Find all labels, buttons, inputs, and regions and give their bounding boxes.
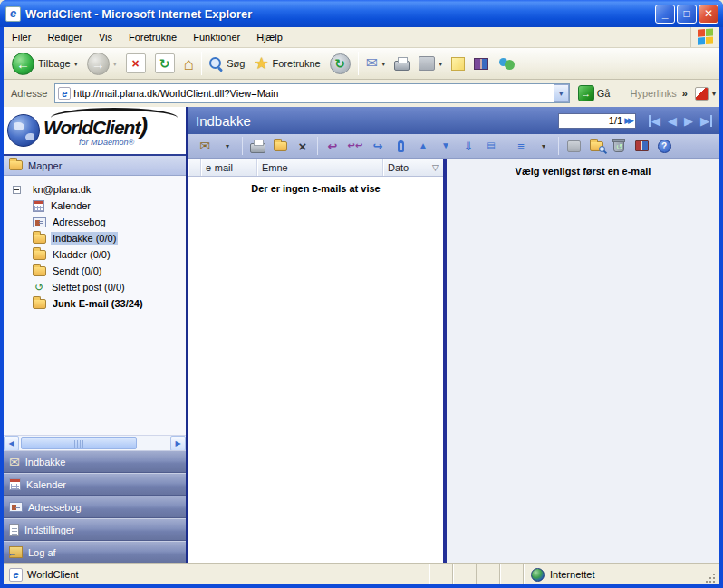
acrobat-dropdown-icon[interactable]: ▾ <box>712 90 716 98</box>
tree-item-label[interactable]: Junk E-mail (33/24) <box>51 297 145 310</box>
new-message-button[interactable]: ✉ <box>194 136 216 156</box>
tree-item-indbakke[interactable]: Indbakke (0/0) <box>4 230 186 246</box>
minimize-button[interactable]: _ <box>655 5 675 24</box>
close-button[interactable]: ✕ <box>699 5 718 24</box>
address-dropdown-icon[interactable]: ▾ <box>554 84 569 102</box>
reply-all-button[interactable]: ↩↩ <box>344 136 366 156</box>
hyperlinks-label[interactable]: Hyperlinks <box>629 88 679 99</box>
scroll-right-icon[interactable]: ▶ <box>170 436 186 451</box>
tree-item-junk[interactable]: Junk E-mail (33/24) <box>4 295 186 312</box>
mail-dropdown-icon[interactable]: ▾ <box>381 60 385 68</box>
delete-icon: × <box>299 140 307 153</box>
messenger-button[interactable] <box>493 50 520 78</box>
column-dato[interactable]: Dato ▽ <box>383 159 443 176</box>
reply-button[interactable]: ↩ <box>322 136 343 156</box>
previous-message-button[interactable]: ▲ <box>412 136 434 156</box>
move-to-folder-button[interactable] <box>269 136 291 156</box>
page-go-icon[interactable]: ▶▶ <box>624 116 633 125</box>
edit-button[interactable]: ▾ <box>414 50 447 78</box>
menu-foretrukne[interactable]: Foretrukne <box>120 29 185 45</box>
menu-hjaelp[interactable]: Hjælp <box>248 29 291 45</box>
back-button[interactable]: ← Tilbage ▾ <box>7 50 82 78</box>
forward-dropdown-icon[interactable]: ▾ <box>113 60 117 68</box>
nav-kalender-button[interactable]: Kalender <box>4 473 186 496</box>
collapse-icon[interactable] <box>13 186 21 194</box>
tree-item-label[interactable]: Sendt (0/0) <box>51 265 103 277</box>
refresh-button[interactable]: ↻ <box>150 50 179 78</box>
column-flag[interactable] <box>188 159 201 176</box>
forward-button[interactable]: → ▾ <box>82 50 121 78</box>
scrollbar-track[interactable] <box>19 436 170 450</box>
tree-item-label[interactable]: Kladder (0/0) <box>51 248 112 261</box>
tree-item-label[interactable]: Slettet post (0/0) <box>50 281 127 294</box>
mail-settings-button[interactable] <box>563 136 584 156</box>
calendar-icon <box>9 478 21 490</box>
message-list-header: e-mail Emne Dato ▽ <box>188 159 443 177</box>
search-button[interactable]: Søg <box>205 50 249 78</box>
first-page-icon[interactable]: ◀ <box>649 115 660 127</box>
horizontal-scrollbar[interactable]: ◀ ▶ <box>4 435 186 450</box>
mail-button[interactable]: ✉ ▾ <box>362 50 390 78</box>
history-button[interactable]: ↻ <box>325 50 355 78</box>
menu-funktioner[interactable]: Funktioner <box>185 29 248 45</box>
column-email[interactable]: e-mail <box>201 159 257 176</box>
tree-item-kladder[interactable]: Kladder (0/0) <box>4 246 186 263</box>
tree-item-label[interactable]: Kalender <box>49 199 92 212</box>
internet-globe-icon <box>531 568 545 582</box>
tree-item-sendt[interactable]: Sendt (0/0) <box>4 263 186 279</box>
help-button[interactable]: ? <box>653 136 675 156</box>
next-message-button[interactable]: ▼ <box>435 136 457 156</box>
tree-item-label[interactable]: Indbakke (0/0) <box>51 232 118 245</box>
nav-indbakke-button[interactable]: ✉ Indbakke <box>4 450 186 473</box>
account-label[interactable]: kn@plana.dk <box>31 183 92 196</box>
acrobat-icon[interactable] <box>695 87 709 101</box>
forward-message-button[interactable]: ↪ <box>367 136 389 156</box>
spam-report-button[interactable]: ▤ <box>480 136 502 156</box>
edit-dropdown-icon[interactable]: ▾ <box>439 60 442 68</box>
address-input[interactable] <box>73 85 553 101</box>
home-button[interactable]: ⌂ <box>179 50 198 78</box>
folder-search-icon <box>590 141 603 151</box>
resize-grip[interactable] <box>704 572 717 584</box>
stop-button[interactable]: × <box>121 50 150 78</box>
prev-page-icon[interactable]: ◀ <box>668 115 677 127</box>
trash-button[interactable] <box>608 136 630 156</box>
menu-rediger[interactable]: Rediger <box>39 29 91 45</box>
last-page-icon[interactable]: ▶ <box>700 115 712 127</box>
save-message-button[interactable]: ⇓ <box>458 136 479 156</box>
page-indicator-box[interactable]: 1/1 ▶▶ <box>558 113 636 129</box>
nav-indstillinger-button[interactable]: Indstillinger <box>4 518 186 541</box>
scrollbar-thumb[interactable] <box>21 437 137 449</box>
nav-logaf-button[interactable]: Log af <box>4 541 186 564</box>
tree-item-adressebog[interactable]: Adressebog <box>4 214 186 230</box>
go-button[interactable]: → Gå <box>574 82 615 105</box>
tree-item-kalender[interactable]: Kalender <box>4 198 186 214</box>
print-message-button[interactable] <box>246 136 268 156</box>
favorites-button[interactable]: ★ Foretrukne <box>249 50 324 78</box>
messenger-note-button[interactable] <box>447 50 469 78</box>
next-page-icon[interactable]: ▶ <box>684 115 693 127</box>
forward-icon: ↪ <box>373 140 383 152</box>
address-book-button[interactable] <box>631 136 652 156</box>
print-button[interactable] <box>390 50 414 78</box>
dropdown-icon: ▾ <box>226 142 229 150</box>
nav-adressebog-button[interactable]: Adressebog <box>4 496 186 518</box>
menu-vis[interactable]: Vis <box>91 29 120 45</box>
maximize-button[interactable]: □ <box>677 5 697 24</box>
column-emne[interactable]: Emne <box>257 159 383 176</box>
chevron-more-icon[interactable]: » <box>682 88 691 99</box>
scroll-left-icon[interactable]: ◀ <box>4 436 19 451</box>
back-dropdown-icon[interactable]: ▾ <box>74 60 78 68</box>
delete-message-button[interactable]: × <box>292 136 313 156</box>
folder-search-button[interactable] <box>585 136 607 156</box>
menu-filer[interactable]: Filer <box>4 29 39 45</box>
help-icon: ? <box>658 140 671 153</box>
research-button[interactable] <box>469 50 493 78</box>
tree-item-slettet-post[interactable]: ↺ Slettet post (0/0) <box>4 279 186 295</box>
view-options-dropdown[interactable]: ▾ <box>533 136 554 156</box>
new-message-dropdown[interactable]: ▾ <box>217 136 238 156</box>
tree-account-row[interactable]: kn@plana.dk <box>4 181 186 198</box>
view-options-button[interactable]: ≡ <box>510 136 532 156</box>
tree-item-label[interactable]: Adressebog <box>51 216 108 228</box>
forward-attachment-button[interactable] <box>390 136 411 156</box>
